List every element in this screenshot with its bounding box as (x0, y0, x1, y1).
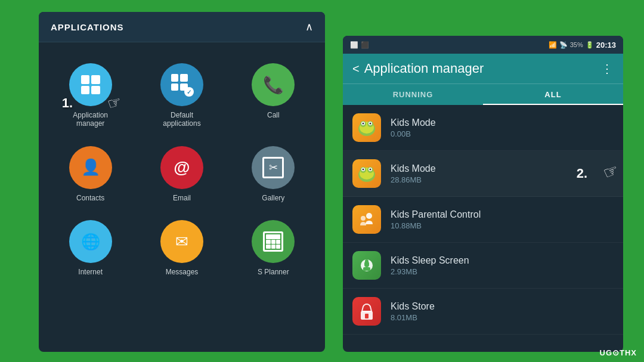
app-item-messages[interactable]: ✉ Messages (136, 211, 227, 285)
kids-mode-2-icon (352, 159, 381, 188)
title-row: < Application manager (352, 61, 484, 76)
app-item-internet[interactable]: 🌐 Internet (45, 211, 136, 285)
kids-mode-1-size: 0.00B (391, 129, 614, 138)
kids-store-icon (352, 297, 381, 326)
kids-sleep-icon (352, 251, 381, 280)
app-icon-default-apps: ✓ (160, 63, 203, 106)
wifi-icon: 📶 (549, 41, 557, 49)
app-label-gallery: Gallery (262, 194, 284, 202)
kids-store-size: 8.01MB (391, 313, 614, 322)
list-item-kids-store[interactable]: Kids Store 8.01MB (343, 289, 623, 335)
apps-grid: 1. ☞ Applicationmanager ✓ Defaultapplica… (39, 42, 325, 298)
left-phone-panel: APPLICATIONS ∧ 1. ☞ Applicationmanager (39, 12, 325, 352)
list-item-kids-mode-1[interactable]: Kids Mode 0.00B (343, 105, 623, 151)
app-icon-gallery (252, 146, 295, 189)
app-label-contacts: Contacts (76, 194, 104, 202)
four-grid-icon (81, 75, 100, 94)
kids-sleep-name: Kids Sleep Screen (391, 255, 614, 266)
app-item-s-planner[interactable]: S Planner (228, 211, 319, 285)
kids-sleep-info: Kids Sleep Screen 2.93MB (391, 255, 614, 276)
app-icon-contacts: 👤 (69, 146, 112, 189)
kids-mode-1-icon (352, 113, 381, 142)
globe-icon: 🌐 (81, 233, 100, 251)
status-bar: ⬜ ⬛ 📶 📡 35% 🔋 20:13 (343, 36, 623, 54)
svg-rect-20 (363, 267, 370, 271)
step2-label: 2. (577, 166, 587, 181)
svg-point-6 (363, 123, 364, 125)
at-icon: @ (174, 158, 190, 177)
svg-point-17 (361, 216, 366, 221)
check-overlay-icon: ✓ (184, 87, 194, 97)
app-item-default-apps[interactable]: ✓ Defaultapplications (136, 54, 227, 137)
svg-rect-23 (365, 314, 369, 318)
step1-label: 1. (62, 95, 73, 111)
parental-svg (355, 208, 379, 231)
more-options-button[interactable]: ⋮ (601, 61, 614, 76)
scissors-icon (262, 157, 284, 178)
signal-icon: 📡 (559, 41, 568, 49)
tabs-row: RUNNING ALL (343, 83, 623, 105)
app-icon-email: @ (160, 146, 203, 189)
left-panel-title: APPLICATIONS (51, 22, 124, 32)
app-label-call: Call (267, 111, 280, 119)
kids-parental-info: Kids Parental Control 10.88MB (391, 209, 614, 230)
app-item-gallery[interactable]: Gallery (228, 137, 319, 211)
svg-point-14 (363, 169, 364, 171)
image-icon: ⬜ (350, 41, 358, 49)
check-grid-icon: ✓ (171, 74, 193, 95)
croc-svg-2 (355, 162, 379, 185)
app-manager-title: Application manager (364, 61, 484, 76)
app-label-email: Email (173, 194, 191, 202)
tab-running[interactable]: RUNNING (343, 84, 483, 105)
app-item-call[interactable]: 📞 Call (228, 54, 319, 137)
chevron-up-icon: ∧ (305, 20, 313, 33)
svg-point-21 (365, 259, 369, 263)
app-icon-call: 📞 (252, 63, 295, 106)
battery-percent: 35% (570, 41, 583, 48)
app-label-app-manager: Applicationmanager (73, 111, 108, 128)
tab-all[interactable]: ALL (483, 84, 623, 105)
app-icon-s-planner (252, 220, 295, 263)
kids-store-info: Kids Store 8.01MB (391, 301, 614, 322)
app-manager-header: < Application manager ⋮ (343, 54, 623, 83)
app-icon-app-manager: 1. ☞ (69, 63, 112, 106)
kids-parental-size: 10.88MB (391, 221, 614, 230)
status-right-icons: 📶 📡 35% 🔋 20:13 (549, 41, 616, 49)
app-label-internet: Internet (78, 268, 103, 276)
status-icons: ⬜ ⬛ (350, 41, 369, 49)
app-list: Kids Mode 0.00B Kids Mode (343, 105, 623, 335)
svg-point-15 (370, 169, 371, 171)
croc-svg-1 (355, 116, 379, 140)
left-panel-header: APPLICATIONS ∧ (39, 12, 325, 42)
app-item-email[interactable]: @ Email (136, 137, 227, 211)
list-item-kids-parental[interactable]: Kids Parental Control 10.88MB (343, 197, 623, 243)
app-icon-internet: 🌐 (69, 220, 112, 263)
back-button[interactable]: < (352, 62, 360, 76)
landscape-icon: ⬛ (361, 41, 369, 49)
list-item-kids-mode-2[interactable]: Kids Mode 28.86MB 2. ☞ (343, 151, 623, 197)
list-item-kids-sleep[interactable]: Kids Sleep Screen 2.93MB (343, 243, 623, 289)
app-label-default-apps: Defaultapplications (163, 111, 200, 128)
battery-icon: 🔋 (586, 41, 594, 49)
status-time: 20:13 (596, 41, 616, 49)
app-label-messages: Messages (166, 268, 199, 276)
store-svg (355, 299, 379, 323)
sleep-svg (355, 253, 379, 277)
app-item-contacts[interactable]: 👤 Contacts (45, 137, 136, 211)
kids-mode-1-info: Kids Mode 0.00B (391, 117, 614, 138)
kids-sleep-size: 2.93MB (391, 267, 614, 276)
kids-store-name: Kids Store (391, 301, 614, 312)
kids-parental-icon (352, 205, 381, 234)
watermark: UG⊙THX (600, 348, 637, 357)
contact-icon: 👤 (81, 158, 100, 177)
app-icon-messages: ✉ (160, 220, 203, 263)
phone-icon: 📞 (263, 75, 284, 95)
app-item-app-manager[interactable]: 1. ☞ Applicationmanager (45, 54, 136, 137)
app-label-s-planner: S Planner (258, 268, 289, 276)
envelope-icon: ✉ (175, 233, 188, 251)
svg-point-16 (366, 213, 372, 219)
calendar-icon (263, 231, 283, 252)
kids-parental-name: Kids Parental Control (391, 209, 614, 220)
svg-point-7 (370, 123, 371, 125)
right-phone-panel: ⬜ ⬛ 📶 📡 35% 🔋 20:13 < Application manage… (343, 36, 623, 352)
